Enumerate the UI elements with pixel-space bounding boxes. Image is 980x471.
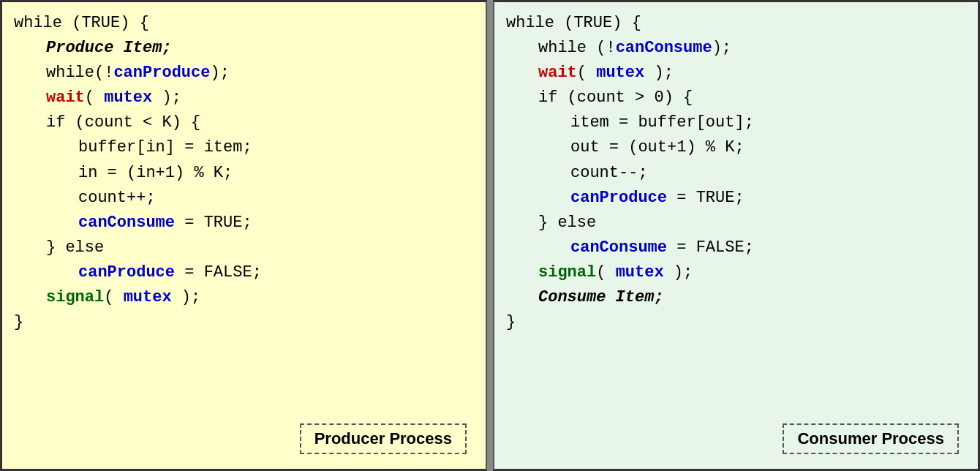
line-13: } (14, 310, 474, 335)
line-12: signal( mutex ); (14, 285, 474, 310)
cline-10: canConsume = FALSE; (506, 236, 966, 260)
cline-11: signal( mutex ); (506, 260, 966, 285)
line-11: canProduce = FALSE; (14, 260, 474, 285)
line-5: if (count < K) { (14, 110, 474, 135)
consumer-label: Consumer Process (783, 423, 959, 454)
cline-4: if (count > 0) { (506, 86, 966, 110)
producer-label: Producer Process (300, 423, 467, 454)
line-3: while(!canProduce); (14, 61, 474, 86)
line-7: in = (in+1) % K; (14, 161, 474, 186)
line-10: } else (14, 236, 474, 260)
cline-6: out = (out+1) % K; (506, 135, 966, 160)
cline-9: } else (506, 211, 966, 236)
producer-code: while (TRUE) { Produce Item; while(!canP… (2, 2, 486, 469)
cline-12: Consume Item; (506, 285, 966, 310)
consumer-panel: while (TRUE) { while (!canConsume); wait… (493, 0, 980, 471)
cline-13: } (506, 310, 966, 335)
line-1: while (TRUE) { (14, 11, 474, 36)
cline-5: item = buffer[out]; (506, 110, 966, 135)
line-9: canConsume = TRUE; (14, 211, 474, 236)
line-2: Produce Item; (14, 36, 474, 61)
line-4: wait( mutex ); (14, 86, 474, 110)
cline-1: while (TRUE) { (506, 11, 966, 36)
line-8: count++; (14, 186, 474, 211)
separator (487, 0, 493, 471)
line-6: buffer[in] = item; (14, 135, 474, 160)
cline-7: count--; (506, 161, 966, 186)
consumer-code: while (TRUE) { while (!canConsume); wait… (494, 2, 978, 469)
cline-8: canProduce = TRUE; (506, 186, 966, 211)
cline-2: while (!canConsume); (506, 36, 966, 61)
cline-3: wait( mutex ); (506, 61, 966, 86)
producer-panel: while (TRUE) { Produce Item; while(!canP… (0, 0, 487, 471)
